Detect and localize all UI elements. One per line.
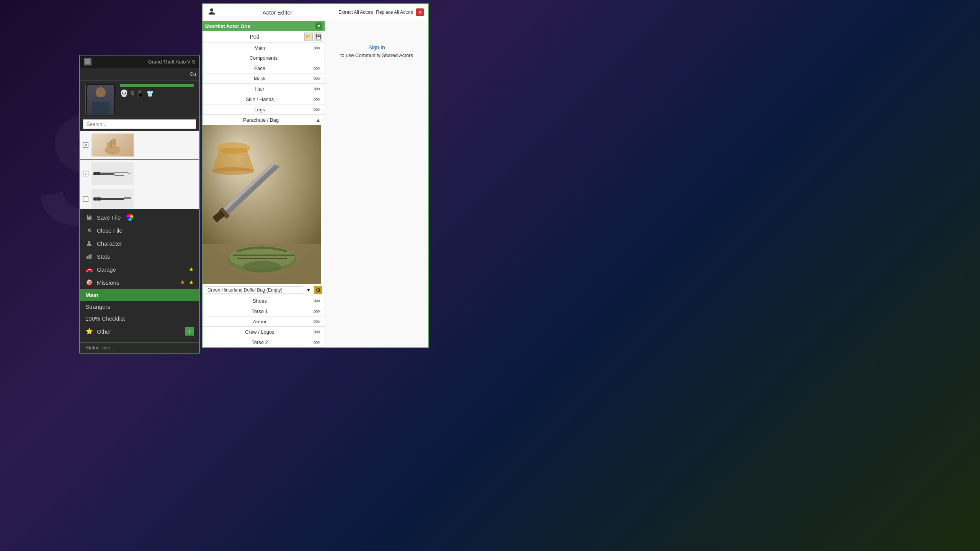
search-input[interactable] [87,121,193,127]
sign-in-description: to use Community Shared Actors [340,52,413,58]
svg-rect-22 [87,256,88,259]
svg-rect-5 [112,139,114,145]
replace-all-button[interactable]: Replace All Actors [376,10,413,15]
close-file-icon: ✕ [85,227,93,234]
other-star-icon: ⭐ [85,328,93,335]
svg-rect-8 [114,172,128,173]
section-skin-hands-label: Skin / Hands [206,96,313,102]
section-crew-logos-expand-icon: ⋙ [313,329,321,335]
stats-button[interactable]: Stats [80,250,199,263]
section-main-label: Main [206,45,313,51]
upload-badge: ↑ [185,327,194,336]
save-file-button[interactable]: Save File [80,211,199,224]
close-button[interactable]: ✕ [416,8,424,16]
bag-dropdown-row: Green Hinterland Duffel Bag (Empty) ▼ ⚙ [203,284,325,296]
ped-label: Ped [205,34,304,40]
ped-save-button[interactable]: 💾 [314,33,322,41]
section-parachute-bag[interactable]: Parachute / Bag ▲ [203,115,325,125]
sign-in-button[interactable]: Sign In [368,44,385,51]
close-file-label: Close File [97,227,122,234]
shortlist-label: Shortlist Actor One [205,23,314,29]
money-icon: $ [131,90,134,97]
section-torso2-label: Torso 2 [206,339,313,345]
weapon-checkbox[interactable] [83,196,88,202]
weapon-item: ✓ [80,160,199,188]
section-torso2[interactable]: Torso 2 ⋙ [203,337,325,347]
section-hair-expand-icon: ⋙ [313,86,321,92]
garage-label: Garage [97,266,116,273]
bag-dropdown-label: Green Hinterland Duffel Bag (Empty) [205,286,303,294]
actor-right-column: Sign In to use Community Shared Actors [325,21,428,347]
skull-icon: 💀 [120,89,128,98]
section-main-expand-icon: ⋙ [313,45,321,51]
character-button[interactable]: Character [80,237,199,250]
save-editor-panel: Grand Theft Auto V S Cu 💀 $ 📱 👕 [79,55,200,354]
close-file-button[interactable]: ✕ Close File [80,224,199,237]
section-crew-logos[interactable]: Crew / Logos ⋙ [203,327,325,337]
bag-gear-button[interactable]: ⚙ [314,286,322,294]
svg-marker-10 [128,173,132,174]
actor-preview-viewport [203,125,321,284]
section-legs-label: Legs [206,107,313,112]
svg-rect-23 [88,255,90,259]
missions-star-gold-icon: ★ [189,279,194,286]
section-parachute-bag-expand-icon: ▲ [315,117,321,123]
shortlist-dropdown[interactable]: ▼ [315,23,322,29]
section-torso1-label: Torso 1 [206,308,313,314]
status-text: Status: Idle... [85,345,114,350]
checklist-label: 100% Checklist [85,315,125,322]
section-skin-hands[interactable]: Skin / Hands ⋙ [203,94,325,104]
svg-rect-1 [85,59,90,64]
garage-star-icon: ★ [189,266,194,273]
section-main[interactable]: Main ⋙ [203,43,325,53]
save-file-label: Save File [97,214,121,221]
section-hair-label: Hair [206,86,313,92]
weapon-image [91,162,134,185]
character-avatar [85,84,116,114]
section-armor[interactable]: Armor ⋙ [203,316,325,327]
search-area[interactable] [80,117,199,130]
garage-button[interactable]: 🚗 Garage ★ [80,263,199,276]
phone-icon: 📱 [136,90,144,97]
section-armor-expand-icon: ⋙ [313,318,321,324]
section-components[interactable]: Components [203,53,325,63]
strangers-button[interactable]: Strangers [80,301,199,313]
section-face-label: Face [206,65,313,71]
missions-icon: 🎯 [85,279,93,286]
section-legs[interactable]: Legs ⋙ [203,104,325,115]
section-hair[interactable]: Hair ⋙ [203,84,325,94]
color-wheel-icon [126,214,133,221]
character-icons: 💀 $ 📱 👕 [120,89,194,98]
health-bar [120,84,194,87]
checklist-button[interactable]: 100% Checklist [80,313,199,324]
character-area: 💀 $ 📱 👕 [80,80,199,117]
strangers-label: Strangers [85,303,110,310]
missions-button[interactable]: 🎯 Missions ★ ★ [80,276,199,289]
section-mask[interactable]: Mask ⋙ [203,73,325,84]
other-button[interactable]: ⭐ Other ↑ [80,324,199,338]
section-shoes[interactable]: Shoes ⋙ [203,296,325,306]
main-button[interactable]: Main [80,289,199,301]
section-armor-label: Armor [206,319,313,324]
section-skin-hands-expand-icon: ⋙ [313,96,321,102]
bag-dropdown-arrow[interactable]: ▼ [305,286,312,294]
panel-top: Cu [80,68,199,80]
section-components-label: Components [206,55,321,61]
svg-rect-3 [107,142,110,152]
section-torso1[interactable]: Torso 1 ⋙ [203,306,325,316]
character-icon [85,240,93,247]
weapon-checkbox[interactable]: ✓ [83,171,88,176]
actor-left-column: Shortlist Actor One ▼ Ped 📂 💾 Main ⋙ Com… [203,21,325,347]
weapon-checkbox[interactable]: ✓ [83,142,88,148]
ped-load-button[interactable]: 📂 [304,33,313,41]
section-shoes-expand-icon: ⋙ [313,298,321,304]
svg-rect-24 [90,254,91,259]
sign-in-area: Sign In to use Community Shared Actors [340,44,413,58]
svg-point-28 [212,167,254,175]
search-wrapper[interactable] [83,119,196,129]
section-face[interactable]: Face ⋙ [203,63,325,73]
section-crew-logos-label: Crew / Logos [206,329,313,335]
section-parachute-bag-label: Parachute / Bag [206,117,315,123]
extract-all-button[interactable]: Extract All Actors [338,10,373,15]
missions-label: Missions [97,279,119,286]
